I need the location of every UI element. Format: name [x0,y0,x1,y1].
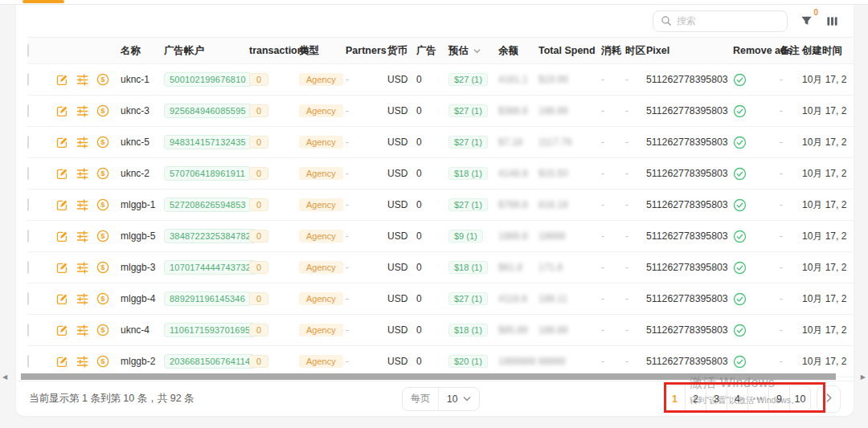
select-all-checkbox[interactable] [27,44,29,57]
sliders-icon[interactable] [76,356,88,368]
sliders-icon[interactable] [76,324,88,336]
pagination-page-2[interactable]: 2 [685,385,706,413]
scroll-right-arrow-icon[interactable]: ▶ [861,373,866,381]
ads-count: 0 [416,199,448,210]
edit-icon[interactable] [56,230,68,243]
created-date: 10月 17, 2 [802,261,854,275]
svg-text:$: $ [100,263,105,271]
row-checkbox[interactable] [27,167,29,180]
column-settings-button[interactable] [825,14,839,28]
scroll-left-arrow-icon[interactable]: ◀ [2,373,7,381]
type-badge: Agency [299,73,343,86]
sort-chevron-down-icon [473,45,481,56]
sliders-icon[interactable] [76,199,88,211]
row-actions: $ [56,167,121,180]
timezone-value: - [625,199,646,210]
edit-icon[interactable] [56,356,68,368]
row-checkbox[interactable] [27,355,29,368]
edit-icon[interactable] [56,137,68,149]
row-checkbox[interactable] [27,198,29,211]
dollar-coin-icon[interactable]: $ [96,167,109,180]
row-checkbox[interactable] [27,104,29,117]
currency-value: USD [387,74,416,85]
edit-icon[interactable] [56,199,68,211]
total-spend-redacted: 818.18 [538,199,568,210]
edit-icon[interactable] [56,324,68,336]
row-checkbox[interactable] [27,324,29,336]
estimate-badge: $20 (1) [448,355,488,368]
row-checkbox[interactable] [27,73,29,86]
filter-button[interactable]: 0 [799,14,813,28]
partners-value: - [346,293,387,304]
dollar-coin-icon[interactable]: $ [96,261,109,274]
consume-value: - [601,356,625,367]
timezone-value: - [625,230,646,242]
pagination-page-4[interactable]: 4 [727,385,748,413]
table-row: $mlggb-15272086265948530Agency-USD0$27 (… [27,190,854,221]
row-checkbox[interactable] [27,230,29,243]
currency-value: USD [387,293,416,304]
partners-value: - [346,137,387,148]
edit-icon[interactable] [56,168,68,180]
partners-value: - [346,199,387,210]
sliders-icon[interactable] [76,262,88,274]
pixel-id: 511262778395803 [646,74,733,85]
horizontal-scrollbar[interactable]: ◀ ▶ [0,373,868,381]
dollar-coin-icon[interactable]: $ [96,136,109,149]
row-checkbox[interactable] [27,292,29,305]
partners-value: - [346,74,387,85]
sliders-icon[interactable] [76,230,88,243]
pagination-page-9[interactable]: 9 [768,385,790,413]
account-id-badge: 948314157132435 [164,135,252,149]
sliders-icon[interactable] [76,293,88,305]
row-checkbox[interactable] [27,136,29,149]
pagination-next-button[interactable] [817,385,841,413]
check-circle-icon [733,324,780,337]
type-badge: Agency [299,136,343,149]
dollar-coin-icon[interactable]: $ [96,198,109,211]
edit-icon[interactable] [56,262,68,274]
edit-icon[interactable] [56,74,68,86]
sliders-icon[interactable] [76,137,88,149]
pagination-ellipsis[interactable]: ••• [747,385,769,413]
sliders-icon[interactable] [76,168,88,180]
pagination-page-3[interactable]: 3 [706,385,727,413]
page-size-select[interactable]: 每页 10 [402,387,480,411]
dollar-coin-icon[interactable]: $ [96,292,109,305]
search-input[interactable] [677,15,773,26]
svg-text:$: $ [100,169,105,177]
dollar-coin-icon[interactable]: $ [96,104,109,117]
dollar-coin-icon[interactable]: $ [96,355,109,368]
pagination-page-1[interactable]: 1 [664,385,686,413]
row-checkbox[interactable] [27,261,29,274]
note-value: - [780,262,802,273]
page-size-label: 每页 [403,388,439,410]
type-badge: Agency [299,198,343,211]
dollar-coin-icon[interactable]: $ [96,73,109,86]
sliders-icon[interactable] [76,105,88,117]
header-estimate[interactable]: 预估 [448,44,498,58]
pagination-page-10[interactable]: 10 [789,385,811,413]
estimate-badge: $27 (1) [448,104,488,117]
note-value: - [780,356,802,367]
type-badge: Agency [299,355,343,368]
filter-count-badge: 0 [813,8,819,17]
scrollbar-thumb[interactable] [21,373,836,380]
edit-icon[interactable] [56,105,68,117]
total-spend-redacted: 88888 [538,356,565,367]
check-circle-icon [733,136,780,149]
partners-value: - [346,262,387,273]
account-id-badge: 2036681506764114 [164,354,256,369]
sliders-icon[interactable] [76,74,88,86]
dollar-coin-icon[interactable]: $ [96,230,109,243]
transactions-badge: 0 [249,136,268,149]
edit-icon[interactable] [56,293,68,305]
type-badge: Agency [299,261,343,274]
table-header-row: 名称 广告帐户 transactions 类型 Partners 货币 广告 预… [27,37,854,64]
check-circle-icon [733,73,780,87]
search-input-wrap[interactable] [653,10,788,32]
svg-text:$: $ [100,294,105,303]
consume-value: - [601,324,625,336]
header-partners: Partners [346,45,387,56]
dollar-coin-icon[interactable]: $ [96,324,109,336]
